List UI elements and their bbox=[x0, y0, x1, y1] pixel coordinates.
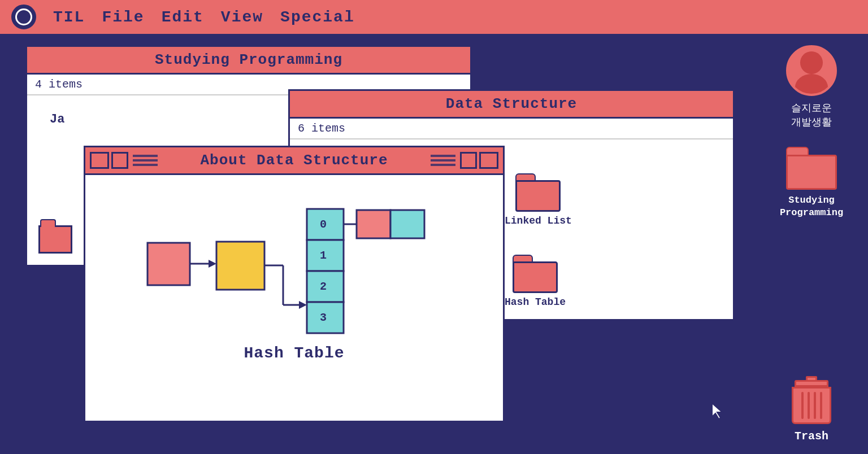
win-ctrl-box[interactable] bbox=[111, 152, 128, 169]
about-body: 0 1 2 3 Hash Table bbox=[85, 175, 503, 373]
user-avatar bbox=[786, 45, 837, 96]
trash-icon bbox=[792, 380, 831, 425]
sidebar-folder-studying[interactable]: StudyingProgramming bbox=[780, 147, 843, 219]
title-about: About Data Structure bbox=[200, 152, 388, 169]
app-logo[interactable] bbox=[11, 5, 36, 29]
svg-text:2: 2 bbox=[320, 280, 327, 293]
trash[interactable]: Trash bbox=[792, 380, 831, 443]
folder-hash-table-icon bbox=[513, 255, 558, 293]
trash-label: Trash bbox=[795, 430, 828, 443]
menu-item-edit[interactable]: Edit bbox=[162, 8, 204, 26]
svg-marker-2 bbox=[209, 260, 216, 268]
title-data-structure: Data Structure bbox=[446, 95, 577, 112]
sidebar: 슬지로운개발생활 StudyingProgramming Trash bbox=[755, 34, 868, 454]
menu-item-special[interactable]: Special bbox=[280, 8, 355, 26]
svg-text:0: 0 bbox=[320, 218, 327, 231]
titlebar-right-controls bbox=[431, 152, 498, 169]
title-studying: Studying Programming bbox=[155, 51, 342, 68]
svg-text:1: 1 bbox=[320, 249, 327, 262]
partial-folder-1 bbox=[38, 217, 72, 254]
hash-table-svg: 0 1 2 3 bbox=[119, 192, 470, 344]
svg-rect-0 bbox=[147, 243, 190, 285]
user-name: 슬지로운개발생활 bbox=[791, 102, 832, 130]
svg-rect-17 bbox=[357, 210, 390, 238]
svg-rect-18 bbox=[390, 210, 424, 238]
user-profile[interactable]: 슬지로운개발생활 bbox=[786, 45, 837, 130]
window-about-data-structure: About Data Structure bbox=[84, 146, 505, 422]
hash-diagram-area: 0 1 2 3 bbox=[85, 175, 503, 344]
folder-hash-table-label: Hash Table bbox=[505, 296, 566, 308]
win-ctrl-grid-right[interactable] bbox=[479, 152, 498, 169]
folder-linked-list-label: Linked List bbox=[505, 215, 572, 226]
menu-item-view[interactable]: View bbox=[221, 8, 263, 26]
win-ctrl-box-right[interactable] bbox=[460, 152, 477, 169]
titlebar-data-structure: Data Structure bbox=[290, 91, 733, 119]
titlebar-studying: Studying Programming bbox=[27, 47, 470, 75]
menu-item-file[interactable]: File bbox=[102, 8, 144, 26]
svg-marker-7 bbox=[299, 301, 307, 309]
folder-linked-list[interactable]: Linked List bbox=[505, 173, 572, 226]
cursor bbox=[711, 402, 724, 423]
sidebar-studying-icon bbox=[786, 147, 837, 190]
folder-hash-table[interactable]: Hash Table bbox=[505, 255, 566, 308]
titlebar-left-controls bbox=[90, 152, 158, 169]
win-ctrl-lines bbox=[133, 155, 158, 166]
hash-table-label: Hash Table bbox=[85, 344, 503, 373]
svg-text:3: 3 bbox=[320, 311, 327, 324]
svg-rect-3 bbox=[216, 242, 264, 290]
menu-bar: TIL File Edit View Special bbox=[0, 0, 868, 34]
status-data-structure: 6 items bbox=[290, 119, 733, 139]
folder-linked-list-icon bbox=[515, 173, 561, 212]
sidebar-studying-label: StudyingProgramming bbox=[780, 194, 843, 219]
win-ctrl-lines-right bbox=[431, 155, 455, 166]
menu-item-til[interactable]: TIL bbox=[53, 8, 85, 26]
titlebar-about: About Data Structure bbox=[85, 147, 503, 175]
win-ctrl-grid[interactable] bbox=[90, 152, 109, 169]
svg-point-20 bbox=[800, 51, 823, 74]
